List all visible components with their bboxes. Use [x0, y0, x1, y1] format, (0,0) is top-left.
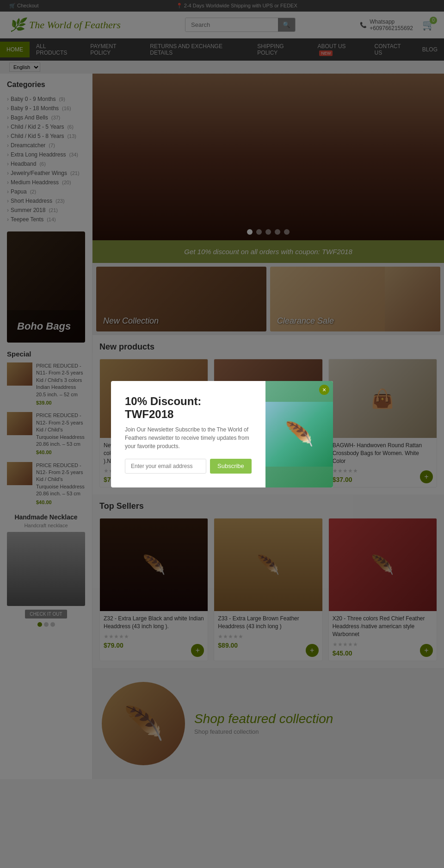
- modal-image-placeholder: 🪶: [265, 402, 333, 467]
- modal-overlay[interactable]: × 10% Discount: TWF2018 Join Our Newslet…: [0, 0, 444, 779]
- modal-text-side: 10% Discount: TWF2018 Join Our Newslette…: [111, 381, 265, 487]
- modal-title: 10% Discount: TWF2018: [125, 395, 252, 421]
- newsletter-modal: × 10% Discount: TWF2018 Join Our Newslet…: [111, 381, 333, 487]
- subscribe-button[interactable]: Subscribe: [210, 459, 252, 474]
- modal-image: 🪶: [265, 381, 333, 487]
- email-input[interactable]: [125, 459, 206, 474]
- modal-description: Join Our Newsletter Subscribe to the The…: [125, 425, 252, 450]
- modal-close-button[interactable]: ×: [319, 385, 329, 395]
- modal-form: Subscribe: [125, 459, 252, 474]
